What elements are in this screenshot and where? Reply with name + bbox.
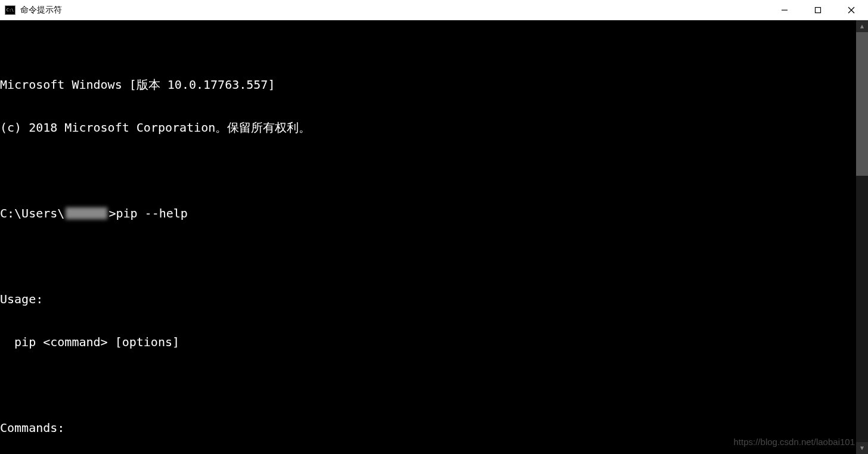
scroll-track[interactable] [856, 32, 868, 442]
cmd-icon [5, 5, 16, 15]
blank-line [0, 163, 856, 178]
window-controls [768, 0, 868, 20]
commands-label: Commands: [0, 421, 856, 435]
blank-line [0, 378, 856, 392]
terminal-content: Microsoft Windows [版本 10.0.17763.557] (c… [0, 49, 856, 454]
close-button[interactable] [835, 0, 868, 20]
terminal-area[interactable]: Microsoft Windows [版本 10.0.17763.557] (c… [0, 20, 868, 454]
scroll-up-arrow[interactable]: ▲ [856, 20, 868, 32]
svg-rect-1 [816, 7, 821, 13]
window-titlebar[interactable]: 命令提示符 [0, 0, 868, 20]
usage-text: pip <command> [options] [0, 335, 856, 349]
scroll-down-arrow[interactable]: ▼ [856, 442, 868, 454]
os-version-line: Microsoft Windows [版本 10.0.17763.557] [0, 77, 856, 92]
prompt-prefix: C:\Users\ [0, 206, 64, 220]
blurred-username [66, 207, 107, 219]
copyright-line: (c) 2018 Microsoft Corporation。保留所有权利。 [0, 120, 856, 135]
scroll-thumb[interactable] [856, 32, 868, 176]
vertical-scrollbar[interactable]: ▲ ▼ [856, 20, 868, 454]
usage-label: Usage: [0, 292, 856, 306]
entered-command: pip --help [116, 206, 187, 220]
watermark-text: https://blog.csdn.net/laobai101 [734, 435, 855, 449]
window-title: 命令提示符 [20, 5, 768, 15]
blank-line [0, 249, 856, 263]
maximize-button[interactable] [801, 0, 835, 20]
minimize-button[interactable] [768, 0, 801, 20]
prompt-line: C:\Users\>pip --help [0, 206, 856, 220]
prompt-suffix: > [108, 206, 116, 220]
